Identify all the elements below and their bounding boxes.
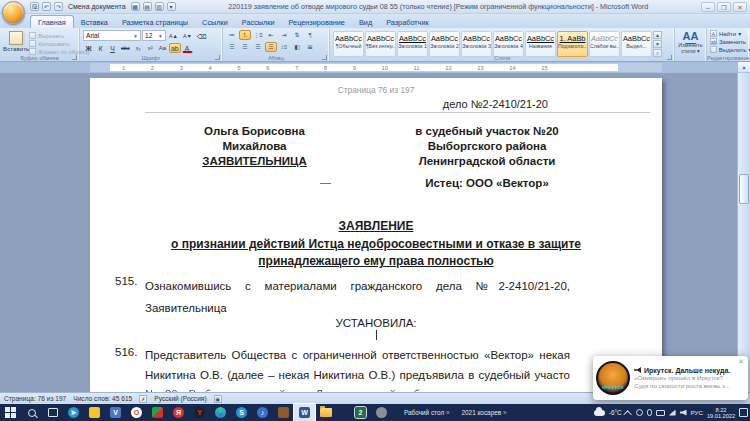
security-icon[interactable] (636, 409, 643, 416)
save-icon[interactable]: 🖫 (30, 2, 39, 11)
network-icon[interactable] (669, 410, 676, 416)
styles-scroll-down-icon[interactable]: ▼ (653, 40, 662, 48)
notification-popup[interactable]: ИРКУТСК Иркутск. Дальше некуда. «Омикрон… (593, 356, 748, 400)
undo-icon[interactable]: ↶ (42, 2, 51, 11)
document-page[interactable]: Страница 76 из 197 дело №2-2410/21-20 Ол… (90, 78, 662, 392)
clock[interactable]: 8:22 19.01.2022 (707, 407, 735, 419)
taskbar-app-telegram[interactable]: ➤ (63, 404, 84, 421)
change-case-button[interactable]: Aa (157, 43, 168, 53)
tab-references[interactable]: Ссылки (195, 16, 235, 28)
show-marks-button[interactable]: ¶ (304, 30, 316, 40)
tab-review[interactable]: Рецензирование (282, 16, 352, 28)
toolbar-user-folder[interactable]: 2021 косарев (461, 409, 506, 416)
hidden-icons-chevron[interactable] (623, 410, 631, 418)
font-family-select[interactable]: Arial▼ (83, 30, 141, 41)
redo-icon[interactable]: ↷ (54, 2, 63, 11)
multilevel-list-button[interactable]: ⋮≡ (252, 30, 264, 40)
taskbar-app-opera-gx[interactable] (371, 404, 392, 421)
sort-button[interactable]: ⇅ (291, 30, 303, 40)
style-heading4[interactable]: AaBbCcЗаголовок 4 (493, 31, 524, 57)
dialog-launcher-icon[interactable] (72, 55, 77, 60)
bold-button[interactable]: Ж (83, 43, 94, 53)
clear-formatting-button[interactable]: ⌫ (195, 31, 209, 41)
styles-scroll-up-icon[interactable]: ▲ (653, 31, 662, 39)
decrease-indent-button[interactable]: ⇤ (265, 30, 277, 40)
taskbar-app-amber[interactable] (273, 404, 294, 421)
tab-view[interactable]: Вид (352, 16, 379, 28)
italic-button[interactable]: К (95, 43, 106, 53)
maximize-button[interactable]: ❐ (717, 2, 731, 12)
search-button[interactable] (21, 404, 42, 421)
replace-button[interactable]: abЗаменить (710, 38, 746, 45)
style-no-spacing[interactable]: AaBbCc¶Без интер... (365, 31, 396, 57)
taskbar-app-skype[interactable]: S (231, 404, 252, 421)
style-heading3[interactable]: AaBbCcЗаголовок 3 (461, 31, 492, 57)
keyboard-language[interactable]: РУС (691, 409, 703, 416)
notification-close-icon[interactable]: ✕ (738, 358, 744, 366)
horizontal-ruler[interactable]: 1 2 3 4 5 6 7 8 9 10 11 12 13 14 15 (0, 62, 737, 73)
dialog-launcher-icon[interactable] (667, 55, 672, 60)
dialog-launcher-icon[interactable] (215, 55, 220, 60)
change-styles-button[interactable]: A͟A Изменитьстили ▾ (675, 28, 707, 61)
tab-developer[interactable]: Разработчик (379, 16, 436, 28)
status-language[interactable]: Русский (Россия) (154, 395, 206, 402)
task-view-button[interactable] (42, 404, 63, 421)
taskbar-app-edge[interactable] (210, 404, 231, 421)
strikethrough-button[interactable]: abc (119, 43, 132, 53)
qat-more-icon[interactable]: ▾ (167, 2, 176, 11)
grow-font-button[interactable]: А▲ (167, 31, 180, 41)
style-subtitle[interactable]: 1. AaBbПодзаголо... (557, 31, 588, 57)
volume-icon[interactable] (680, 410, 687, 416)
taskbar-app-yandex-browser[interactable]: Y (189, 404, 210, 421)
start-button[interactable] (0, 404, 21, 421)
table-icon[interactable]: ▤ (143, 2, 152, 11)
align-center-button[interactable]: ☰ (239, 42, 251, 52)
taskbar-app-vk[interactable]: V (105, 404, 126, 421)
style-emphasis[interactable]: AaBbCcВыдел... (621, 31, 652, 57)
superscript-button[interactable]: x² (145, 43, 156, 53)
taskbar-app-explorer[interactable] (315, 404, 336, 421)
taskbar-app-sticky-notes[interactable] (84, 404, 105, 421)
align-right-button[interactable]: ☰ (252, 42, 264, 52)
scroll-up-icon[interactable]: ▲ (738, 62, 750, 73)
close-button[interactable]: ✕ (733, 2, 747, 12)
tab-home[interactable]: Главная (30, 15, 74, 28)
subscript-button[interactable]: x₂ (133, 43, 144, 53)
tab-page-layout[interactable]: Разметка страницы (115, 16, 195, 28)
font-color-button[interactable]: A (182, 43, 193, 53)
status-page[interactable]: Страница: 76 из 197 (4, 395, 66, 402)
status-words[interactable]: Число слов: 45 615 (73, 395, 132, 402)
align-left-button[interactable]: ☰ (226, 42, 238, 52)
taskbar-app-media[interactable] (147, 404, 168, 421)
scrollbar-thumb[interactable] (739, 174, 749, 204)
weather-icon[interactable] (594, 410, 605, 416)
display-icon[interactable] (656, 410, 665, 416)
borders-button[interactable]: ⊞ (304, 42, 316, 52)
underline-button[interactable]: Ч (107, 43, 118, 53)
vertical-scrollbar[interactable]: ▲ (737, 62, 750, 392)
office-button[interactable] (2, 1, 25, 24)
style-heading1[interactable]: AaBbCcЗаголовок 1 (397, 31, 428, 57)
qat-addin-button[interactable]: Смена документа (66, 3, 128, 10)
highlight-color-button[interactable]: ab (169, 43, 181, 53)
proofing-icon[interactable]: ✗ (139, 395, 147, 403)
tab-mailings[interactable]: Рассылки (235, 16, 282, 28)
style-normal[interactable]: AaBbCc¶Обычный (333, 31, 364, 57)
numbering-button[interactable]: ⒈ (239, 30, 251, 40)
taskbar-app-photos[interactable]: 2 (350, 404, 371, 421)
macro-record-icon[interactable]: ▣ (214, 395, 222, 403)
style-subtle-emphasis[interactable]: AaBbCcСлабое вы... (589, 31, 620, 57)
justify-button[interactable]: ☰ (265, 42, 277, 52)
weather-temp[interactable]: -6°C (609, 409, 622, 416)
style-heading2[interactable]: AaBbCcЗаголовок 2 (429, 31, 460, 57)
microphone-icon[interactable] (647, 409, 652, 416)
paste-button[interactable]: Вставить (3, 30, 29, 52)
bullets-button[interactable]: ≔ (226, 30, 238, 40)
action-center-icon[interactable] (739, 408, 748, 417)
taskbar-app-opera[interactable]: O (126, 404, 147, 421)
table-icon[interactable]: ▥ (155, 2, 164, 11)
style-title[interactable]: AaBbCcНазвание (525, 31, 556, 57)
tab-insert[interactable]: Вставка (74, 16, 115, 28)
shrink-font-button[interactable]: А▼ (181, 31, 194, 41)
minimize-button[interactable]: – (701, 2, 715, 12)
